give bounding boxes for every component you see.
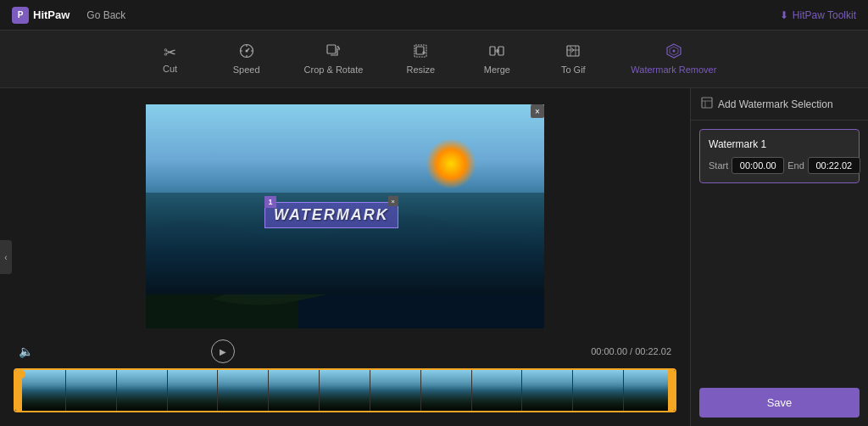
timeline-track[interactable] [14,368,676,412]
timeline-handle-right[interactable] [668,370,675,411]
svg-point-19 [672,50,675,53]
tool-speed[interactable]: Speed [221,40,272,78]
tool-merge[interactable]: Merge [471,40,522,78]
start-time-input[interactable] [732,157,784,174]
watermark-selection-box[interactable]: 1 × WATERMARK [264,202,398,228]
timeline-frame-3 [117,370,168,411]
time-fields: Start End [709,157,850,174]
save-button[interactable]: Save [699,388,860,418]
crop-rotate-icon [326,43,341,61]
start-label: Start [709,160,728,171]
timeline-frame-12 [573,370,624,411]
tool-cut[interactable]: ✂ Cut [145,42,196,77]
download-icon: ⬇ [780,9,788,21]
svg-line-6 [247,48,249,51]
svg-rect-20 [702,98,712,108]
watermark-close-button[interactable]: × [388,196,398,206]
tool-crop-rotate[interactable]: Crop & Rotate [298,40,370,78]
watermark-text: WATERMARK [274,206,389,223]
toolkit-label: HitPaw Toolkit [793,9,856,21]
video-area: ‹ × [0,88,690,426]
toolkit-link[interactable]: ⬇ HitPaw Toolkit [780,9,856,21]
timeline-area [7,365,683,419]
playback-controls: 🔈 ▶ 00:00.00 / 00:22.02 [7,338,683,365]
timeline-frame-8 [370,370,421,411]
timeline-cursor[interactable] [20,368,22,412]
panel-header-label: Add Watermark Selection [718,98,833,110]
svg-rect-10 [490,47,495,55]
top-bar-left: P HitPaw Go Back [12,7,125,24]
play-button[interactable]: ▶ [211,339,235,363]
timeline-frame-13 [624,370,675,411]
volume-icon[interactable]: 🔈 [19,345,33,358]
svg-rect-7 [327,45,336,53]
tool-cut-label: Cut [163,64,177,74]
video-frame: 1 × WATERMARK [146,104,544,328]
tool-to-gif-label: To Gif [561,64,586,75]
watermark-remover-icon [666,43,682,61]
tool-watermark-remover[interactable]: Watermark Remover [624,40,723,78]
tool-watermark-label: Watermark Remover [631,64,716,75]
speed-icon [239,43,254,61]
video-wrapper: × 1 [15,95,675,338]
timeline-frame-11 [522,370,573,411]
watermark-card-title: Watermark 1 [709,138,850,150]
panel-spacer [691,192,868,379]
logo-area: P HitPaw [12,7,70,24]
logo-text: HitPaw [33,8,70,21]
toolbar: ✂ Cut Speed Crop & Rotate [0,31,868,88]
timeline-frame-6 [269,370,320,411]
end-time-input[interactable] [808,157,860,174]
collapse-panel-button[interactable]: ‹ [0,240,12,274]
to-gif-icon [565,43,581,61]
tool-speed-label: Speed [233,64,260,75]
watermark-icon [701,97,713,111]
svg-rect-11 [498,47,504,55]
right-panel: Add Watermark Selection Watermark 1 Star… [690,88,868,426]
panel-header: Add Watermark Selection [691,88,868,121]
close-video-button[interactable]: × [531,104,544,118]
timeline-frame-10 [472,370,523,411]
timeline-frame-9 [421,370,472,411]
tool-crop-rotate-label: Crop & Rotate [304,64,364,75]
tool-to-gif[interactable]: To Gif [548,40,598,78]
end-label: End [787,160,804,171]
cut-icon: ✂ [164,45,176,60]
watermark-card: Watermark 1 Start End [699,129,860,183]
merge-icon [489,43,504,61]
resize-icon [413,43,428,61]
time-display: 00:00.00 / 00:22.02 [591,346,671,356]
tool-resize-label: Resize [407,64,436,75]
playback-row: 🔈 ▶ 00:00.00 / 00:22.02 [19,339,671,363]
main-content: ‹ × [0,88,868,426]
tool-resize[interactable]: Resize [395,40,446,78]
watermark-number-badge: 1 [264,196,276,208]
timeline-frame-2 [66,370,117,411]
go-back-button[interactable]: Go Back [86,9,125,21]
timeline-frame-7 [320,370,370,411]
logo-icon: P [12,7,29,24]
timeline-frame-5 [218,370,269,411]
timeline-frame-4 [168,370,219,411]
tool-merge-label: Merge [484,64,510,75]
top-bar: P HitPaw Go Back ⬇ HitPaw Toolkit [0,0,868,31]
